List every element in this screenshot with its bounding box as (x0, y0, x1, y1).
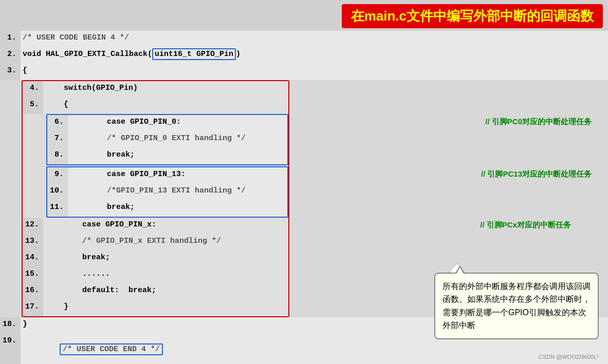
line-num-4: 4. (23, 81, 43, 98)
code-line-3: 3. { (0, 64, 608, 80)
line-content-14: break; (43, 251, 288, 267)
code-line-11: 11. break; (47, 200, 287, 217)
line-num-19: 19. (0, 334, 21, 364)
line-num-6: 6. (47, 115, 68, 131)
code-line-17: 17. } (23, 300, 288, 316)
code-line-8: 8. break; (47, 148, 287, 164)
code-line-15: 15. ...... (23, 267, 288, 283)
line-num-16: 16. (23, 283, 43, 300)
line-num-2: 2. (0, 47, 21, 64)
line-content-4: switch(GPIO_Pin) (43, 81, 288, 98)
code-line-9: 9. case GPIO_PIN_13: (47, 167, 287, 184)
line-num-11: 11. (47, 200, 68, 217)
annotation-case0: // 引脚PC0对应的中断处理任务 (485, 117, 592, 127)
line-num-10: 10. (47, 184, 68, 200)
code-line-2: 2. void HAL_GPIO_EXTI_Callback(uint16_t … (0, 47, 608, 64)
bubble-text: 所有的外部中断服务程序都会调用该回调函数。如果系统中存在多个外部中断时，需要判断… (443, 282, 591, 330)
line-num-9: 9. (47, 167, 68, 184)
line-num-12: 12. (23, 218, 43, 234)
code-line-16: 16. default: break; (23, 283, 288, 300)
line-num-3: 3. (0, 64, 21, 80)
line-num-7: 7. (47, 131, 68, 148)
annotation-case13: // 引脚PC13对应的中断处理任务 (481, 169, 592, 179)
line-content-13: /* GPIO_PIN_x EXTI handling */ (43, 234, 288, 251)
title-banner: 在main.c文件中编写外部中断的回调函数 (342, 4, 603, 28)
line-content-11: break; (68, 200, 287, 217)
main-container: 在main.c文件中编写外部中断的回调函数 1. /* USER CODE BE… (0, 0, 608, 364)
line-num-13: 13. (23, 234, 43, 251)
line-num-1: 1. (0, 31, 21, 47)
line-num-17: 17. (23, 300, 43, 316)
line-content-10: /*GPIO_PIN_13 EXTI handling */ (68, 184, 287, 200)
line-num-5: 5. (23, 98, 43, 114)
code-line-5: 5. { (23, 98, 288, 114)
code-line-4: 4. switch(GPIO_Pin) (23, 81, 288, 98)
line-content-17: } (43, 300, 288, 316)
annotation-casex: // 引脚PCx对应的中断任务 (480, 220, 571, 230)
code-line-1: 1. /* USER CODE BEGIN 4 */ (0, 31, 608, 47)
line-content-6: case GPIO_PIN_0: (68, 115, 287, 131)
line-num-15: 15. (23, 267, 43, 283)
line-content-5: { (43, 98, 288, 114)
code-line-13: 13. /* GPIO_PIN_x EXTI handling */ (23, 234, 288, 251)
line-content-8: break; (68, 148, 287, 164)
line-content-1: /* USER CODE BEGIN 4 */ (21, 31, 608, 47)
code-line-6: 6. case GPIO_PIN_0: (47, 115, 287, 131)
line-content-9: case GPIO_PIN_13: (68, 167, 287, 184)
line-content-16: default: break; (43, 283, 288, 300)
line-content-7: /* GPIO_PIN_0 EXTI handling */ (68, 131, 287, 148)
line-num-8: 8. (47, 148, 68, 164)
line-content-15: ...... (43, 267, 288, 283)
bubble-arrow-inner (456, 267, 464, 275)
code-line-10: 10. /*GPIO_PIN_13 EXTI handling */ (47, 184, 287, 200)
line-content-3: { (21, 64, 608, 80)
line-content-2: void HAL_GPIO_EXTI_Callback(uint16_t GPI… (21, 47, 608, 64)
line-num-18: 18. (0, 317, 21, 334)
code-line-7: 7. /* GPIO_PIN_0 EXTI handling */ (47, 131, 287, 148)
watermark: CSDN @WOOZI9600L² (539, 354, 599, 360)
line-content-12: case GPIO_PIN_x: (43, 218, 288, 234)
speech-bubble: 所有的外部中断服务程序都会调用该回调函数。如果系统中存在多个外部中断时，需要判断… (434, 273, 599, 339)
code-line-14: 14. break; (23, 251, 288, 267)
line-num-14: 14. (23, 251, 43, 267)
code-line-12: 12. case GPIO_PIN_x: // 引脚PCx对应的中断任务 (23, 218, 288, 234)
